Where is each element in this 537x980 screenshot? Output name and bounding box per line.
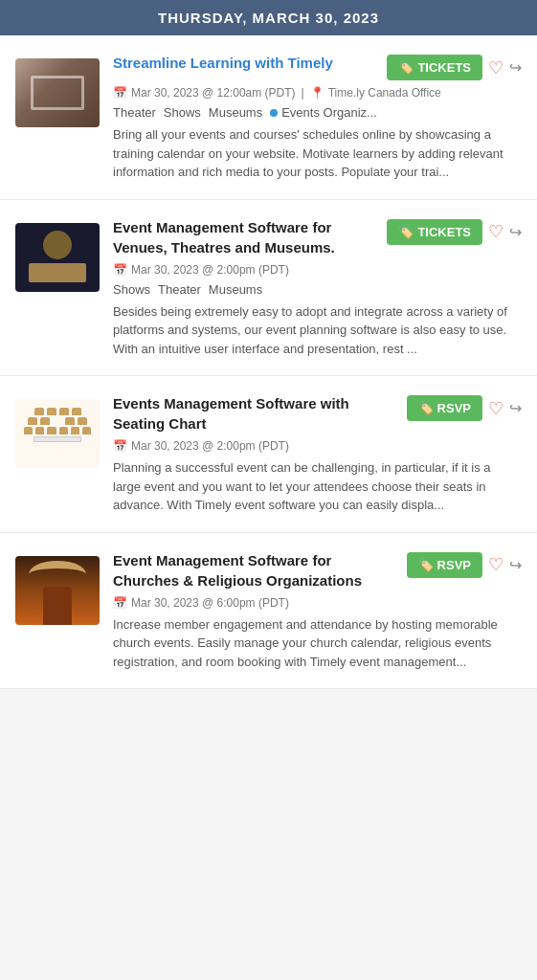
event-card-2: Event Management Software for Venues, Th… [0, 200, 537, 377]
events-container: Streamline Learning with Timely 🏷️ TICKE… [0, 35, 537, 689]
rsvp-button[interactable]: 🏷️ RSVP [407, 395, 482, 421]
share-icon[interactable]: ↪ [509, 58, 522, 77]
tickets-button[interactable]: 🏷️ TICKETS [387, 55, 482, 80]
event-tags: TheaterShowsMuseumsEvents Organiz... [113, 105, 522, 120]
pin-icon: 📍 [310, 86, 324, 100]
event-actions: 🏷️ RSVP ♡ ↪ [407, 395, 522, 421]
rsvp-button[interactable]: 🏷️ RSVP [407, 552, 482, 578]
event-top-row: Events Management Software with Seating … [113, 393, 522, 434]
event-date: Mar 30, 2023 @ 2:00pm (PDT) [131, 439, 289, 453]
share-icon[interactable]: ↪ [509, 223, 522, 241]
ticket-icon: 🏷️ [418, 558, 434, 572]
event-content-4: Event Management Software for Churches &… [113, 550, 522, 672]
event-content-2: Event Management Software for Venues, Th… [113, 217, 522, 359]
event-title: Event Management Software for Venues, Th… [113, 217, 377, 257]
event-description: Planning a successful event can be chall… [113, 458, 522, 515]
event-description: Increase member engagement and attendanc… [113, 615, 522, 672]
event-tags: ShowsTheaterMuseums [113, 282, 522, 297]
tag: Shows [113, 282, 150, 297]
tag: Shows [164, 105, 201, 120]
favorite-icon[interactable]: ♡ [488, 57, 503, 78]
event-title: Event Management Software for Churches &… [113, 550, 397, 590]
event-thumbnail-3 [15, 399, 100, 468]
share-icon[interactable]: ↪ [509, 556, 522, 574]
event-thumbnail-4 [15, 556, 100, 625]
calendar-icon: 📅 [113, 439, 127, 453]
tag: Theater [113, 105, 156, 120]
event-actions: 🏷️ TICKETS ♡ ↪ [387, 219, 522, 245]
favorite-icon[interactable]: ♡ [488, 221, 503, 242]
event-thumbnail-1 [15, 58, 100, 127]
event-meta: 📅 Mar 30, 2023 @ 2:00pm (PDT) [113, 263, 522, 277]
tickets-button[interactable]: 🏷️ TICKETS [387, 219, 482, 245]
event-date: Mar 30, 2023 @ 2:00pm (PDT) [131, 263, 289, 277]
event-thumbnail-2 [15, 223, 100, 292]
event-content-3: Events Management Software with Seating … [113, 393, 522, 515]
ticket-icon: 🏷️ [418, 401, 434, 415]
event-actions: 🏷️ RSVP ♡ ↪ [407, 552, 522, 578]
tag: Museums [209, 105, 262, 120]
event-card-4: Event Management Software for Churches &… [0, 533, 537, 690]
ticket-icon: 🏷️ [398, 225, 414, 239]
event-date: Mar 30, 2023 @ 12:00am (PDT) [131, 86, 296, 100]
event-meta: 📅 Mar 30, 2023 @ 6:00pm (PDT) [113, 596, 522, 610]
tag: Theater [158, 282, 201, 297]
event-card-3: Events Management Software with Seating … [0, 376, 537, 533]
event-title: Streamline Learning with Timely [113, 53, 377, 73]
event-description: Bring all your events and courses' sched… [113, 125, 522, 182]
event-content-1: Streamline Learning with Timely 🏷️ TICKE… [113, 53, 522, 182]
favorite-icon[interactable]: ♡ [488, 398, 503, 419]
calendar-icon: 📅 [113, 596, 127, 610]
tag-extra: Events Organiz... [270, 105, 377, 120]
event-top-row: Event Management Software for Churches &… [113, 550, 522, 590]
calendar-icon: 📅 [113, 86, 127, 100]
share-icon[interactable]: ↪ [509, 399, 522, 417]
tag-dot [270, 109, 278, 117]
event-card-1: Streamline Learning with Timely 🏷️ TICKE… [0, 35, 537, 200]
event-location: Time.ly Canada Office [328, 86, 441, 100]
event-date: Mar 30, 2023 @ 6:00pm (PDT) [131, 596, 289, 610]
calendar-icon: 📅 [113, 263, 127, 277]
event-title: Events Management Software with Seating … [113, 393, 397, 434]
event-meta: 📅 Mar 30, 2023 @ 12:00am (PDT) | 📍 Time.… [113, 86, 522, 100]
event-actions: 🏷️ TICKETS ♡ ↪ [387, 55, 522, 80]
event-meta: 📅 Mar 30, 2023 @ 2:00pm (PDT) [113, 439, 522, 453]
ticket-icon: 🏷️ [398, 60, 414, 75]
date-header: THURSDAY, MARCH 30, 2023 [0, 0, 537, 35]
event-top-row: Streamline Learning with Timely 🏷️ TICKE… [113, 53, 522, 80]
favorite-icon[interactable]: ♡ [488, 554, 503, 575]
event-top-row: Event Management Software for Venues, Th… [113, 217, 522, 257]
event-description: Besides being extremely easy to adopt an… [113, 302, 522, 359]
tag: Museums [209, 282, 262, 297]
